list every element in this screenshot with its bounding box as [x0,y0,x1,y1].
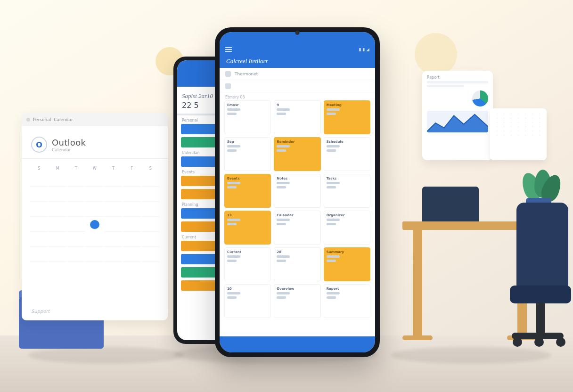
outlook-logo-icon: O [31,137,47,153]
app-brand: O Outlook Calendar [22,126,168,159]
tab-label: Personal [33,117,51,122]
calendar-card[interactable]: Organizer [324,211,370,245]
desk-foot [402,335,433,340]
calendar-card[interactable]: Calendar [274,211,320,245]
mini-calendar: S M T W T F S [22,159,168,270]
weekday-header: S M T W T F S [30,166,159,171]
calendar-grid [30,172,159,262]
mini-calendar-card: ········································… [490,108,547,160]
section-label: Etmory 06 [220,92,375,100]
calendar-card[interactable]: Sep [224,137,271,171]
calendar-card[interactable]: Overview [274,284,320,318]
calendar-card[interactable]: Meeting [324,100,370,134]
calendar-card[interactable]: 13 [224,211,271,245]
footer-label: Support [31,309,50,314]
bottom-bar [220,336,375,352]
status-icons: ▮ ▮ ◢ [359,47,369,52]
tab-dot-icon [26,118,30,122]
row-label: Thermonet [235,72,258,76]
calendar-card[interactable]: 10 [224,284,271,318]
tab-label: Calendar [54,117,73,122]
calendar-card[interactable]: 28 [274,247,320,281]
area-chart-icon [427,111,488,132]
calendar-card[interactable]: Reminder [274,137,320,171]
calendar-card[interactable]: Summary [324,247,370,281]
menu-icon[interactable] [225,47,232,52]
browser-tabs: Personal Calendar [22,113,168,126]
calendar-card[interactable]: Current [224,247,271,281]
brand-title: Outlook [52,138,86,147]
toolbar-row: Thermonet [220,68,375,80]
pie-chart-icon [472,90,488,106]
calendar-card[interactable]: Schedule [324,137,370,171]
report-title: Report [427,75,488,80]
calendar-card-grid: Emosr9MeetingSepReminderScheduleEventsNo… [220,100,375,318]
calendar-card[interactable]: Notes [274,174,320,208]
decor-bubble [415,33,457,75]
shadow [28,347,184,364]
calendar-card[interactable]: Report [324,284,370,318]
laptop-icon [422,187,479,222]
status-bar: ▮ ▮ ◢ [220,32,375,55]
calendar-card[interactable]: Emosr [224,100,271,134]
row-icon [225,71,231,77]
app-title: Calcreel Itetilorr [220,55,375,68]
desk-leg [413,229,422,337]
camera-dot-icon [295,31,300,35]
calendar-card[interactable]: Tasks [324,174,370,208]
desktop-monitor: Personal Calendar O Outlook Calendar S M… [22,113,168,320]
calendar-card[interactable]: Events [224,174,271,208]
brand-subtitle: Calendar [52,147,86,152]
toolbar-row [220,80,375,92]
illustration-scene: Personal Calendar O Outlook Calendar S M… [0,0,573,392]
phone-primary: ▮ ▮ ◢ Calcreel Itetilorr Thermonet Etmor… [215,27,380,357]
calendar-card[interactable]: 9 [274,100,320,134]
row-icon [225,83,231,89]
office-chair-icon [483,203,573,353]
report-card: Report [422,71,493,160]
